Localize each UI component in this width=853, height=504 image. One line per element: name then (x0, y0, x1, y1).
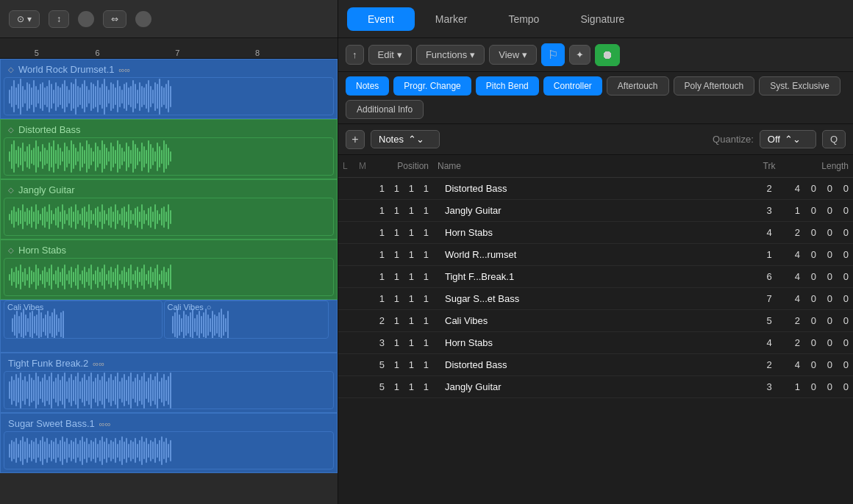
track-name-sugar-sweet: Sugar Sweet Bass.1 (8, 418, 95, 429)
cell-pos2: 1 (389, 288, 404, 310)
waveform-distorted-bass (4, 138, 333, 175)
loop-icon: ∞∞ (119, 65, 131, 74)
functions-menu-button[interactable]: Functions ▾ (416, 45, 485, 65)
cali-seg-2[interactable]: Cali Vibes ○ (164, 300, 329, 339)
track-body-distorted-bass[interactable] (4, 137, 334, 176)
filter-notes[interactable]: Notes (346, 76, 389, 96)
cell-l (338, 310, 354, 332)
cell-len3: 0 (821, 332, 837, 354)
track-jangly-guitar: ◇ Jangly Guitar (0, 179, 338, 240)
script-icon-btn[interactable]: ✦ (569, 45, 590, 65)
edit-menu-button[interactable]: Edit ▾ (368, 45, 412, 65)
waveform-world-rock (4, 78, 333, 115)
track-body-cali-vibes[interactable]: Cali Vibes Cali Vibes ○ (4, 300, 334, 339)
cell-pos1: 1 (371, 222, 389, 244)
table-row[interactable]: 1 1 1 1 Horn Stabs 4 2 0 0 0 (338, 222, 853, 244)
cell-len2: 0 (804, 288, 821, 310)
cell-len1: 2 (784, 310, 804, 332)
cell-pos1: 5 (371, 354, 389, 376)
add-event-button[interactable]: + (346, 130, 365, 149)
filter-poly-aftertouch[interactable]: Poly Aftertouch (674, 76, 755, 96)
left-panel: ⊙ ▾ ↕ ⇔ 5 6 7 8 ◇ World Rock Drumset.1 ∞… (0, 0, 338, 504)
view-menu-button[interactable]: View ▾ (489, 45, 537, 65)
cell-trk: 6 (754, 266, 784, 288)
table-row[interactable]: 1 1 1 1 Tight F...Break.1 6 4 0 0 0 (338, 266, 853, 288)
cell-trk: 7 (754, 288, 784, 310)
cell-name: World R...rumset (433, 244, 754, 266)
cell-len3: 0 (821, 354, 837, 376)
cell-pos4: 1 (418, 178, 433, 200)
cell-pos3: 1 (404, 354, 418, 376)
col-header-length: Length (784, 155, 853, 178)
event-table-body: 1 1 1 1 Distorted Bass 2 4 0 0 0 1 1 1 1… (338, 178, 853, 398)
cell-l (338, 178, 354, 200)
zoom-knob[interactable] (135, 11, 151, 27)
tab-tempo[interactable]: Tempo (488, 7, 560, 31)
q-button[interactable]: Q (822, 130, 846, 148)
track-body-horn-stabs[interactable] (4, 258, 334, 296)
up-down-btn[interactable]: ↕ (49, 10, 69, 28)
track-body-tight-funk[interactable] (4, 371, 334, 409)
quantize-select[interactable]: Off ⌃⌄ (760, 130, 816, 148)
cell-m (354, 288, 371, 310)
table-row[interactable]: 3 1 1 1 Horn Stabs 4 2 0 0 0 (338, 332, 853, 354)
track-name-horn-stabs: Horn Stabs (18, 245, 66, 256)
cell-l (338, 222, 354, 244)
filter-progr-change[interactable]: Progr. Change (393, 76, 471, 96)
cell-l (338, 332, 354, 354)
cell-pos1: 2 (371, 310, 389, 332)
cell-trk: 4 (754, 222, 784, 244)
cell-m (354, 310, 371, 332)
col-header-l: L (338, 155, 354, 178)
table-row[interactable]: 2 1 1 1 Cali Vibes 5 2 0 0 0 (338, 310, 853, 332)
track-name-world-rock: World Rock Drumset.1 (18, 64, 115, 75)
transport-display-btn[interactable]: ⊙ ▾ (9, 10, 40, 28)
cell-len4: 0 (837, 222, 853, 244)
cell-pos3: 1 (404, 222, 418, 244)
filter-row: Notes Progr. Change Pitch Bend Controlle… (338, 72, 853, 124)
table-row[interactable]: 1 1 1 1 Distorted Bass 2 4 0 0 0 (338, 178, 853, 200)
filter-controller[interactable]: Controller (543, 76, 602, 96)
table-row[interactable]: 1 1 1 1 Sugar S...et Bass 7 4 0 0 0 (338, 288, 853, 310)
cell-trk: 3 (754, 200, 784, 222)
filter-syst-exclusive[interactable]: Syst. Exclusive (759, 76, 840, 96)
table-header-row: L M Position Name Trk Length (338, 155, 853, 178)
tab-event[interactable]: Event (347, 7, 415, 31)
filter-aftertouch[interactable]: Aftertouch (607, 76, 669, 96)
loop-circle-icon: ○ (207, 303, 212, 312)
cell-name: Distorted Bass (433, 354, 754, 376)
table-row[interactable]: 5 1 1 1 Distorted Bass 2 4 0 0 0 (338, 354, 853, 376)
chevron-down-icon: ▾ (397, 49, 402, 60)
filter-additional-info[interactable]: Additional Info (346, 100, 424, 119)
chevron-down-icon: ▾ (470, 49, 475, 60)
event-table-container: L M Position Name Trk Length 1 1 1 1 Dis… (338, 155, 853, 504)
cell-len2: 0 (804, 310, 821, 332)
midi-editor-btn[interactable]: ⚐ (541, 43, 565, 66)
track-body-world-rock[interactable] (4, 77, 334, 115)
left-toolbar: ⊙ ▾ ↕ ⇔ (0, 0, 338, 38)
cell-len3: 0 (821, 310, 837, 332)
event-type-select[interactable]: Notes ⌃⌄ (371, 130, 440, 148)
swap-btn[interactable]: ⇔ (103, 10, 126, 28)
tab-signature[interactable]: Signature (560, 7, 645, 31)
tracks-container: ◇ World Rock Drumset.1 ∞∞ ◇ Distorted Ba… (0, 59, 338, 504)
table-row[interactable]: 5 1 1 1 Jangly Guitar 3 1 0 0 0 (338, 376, 853, 398)
cell-len4: 0 (837, 288, 853, 310)
cell-m (354, 222, 371, 244)
table-row[interactable]: 1 1 1 1 World R...rumset 1 4 0 0 0 (338, 244, 853, 266)
back-button[interactable]: ↑ (346, 45, 364, 65)
filter-pitch-bend[interactable]: Pitch Bend (476, 76, 539, 96)
cali-seg-1[interactable]: Cali Vibes (4, 300, 163, 339)
record-btn[interactable]: ⏺ (595, 44, 620, 66)
cell-len1: 2 (784, 332, 804, 354)
cell-pos3: 1 (404, 244, 418, 266)
cell-pos3: 1 (404, 178, 418, 200)
cell-name: Sugar S...et Bass (433, 288, 754, 310)
table-row[interactable]: 1 1 1 1 Jangly Guitar 3 1 0 0 0 (338, 200, 853, 222)
cell-len3: 0 (821, 222, 837, 244)
tab-marker[interactable]: Marker (415, 7, 488, 31)
track-body-jangly-guitar[interactable] (4, 198, 334, 236)
playhead-knob[interactable] (78, 11, 94, 27)
cell-trk: 2 (754, 178, 784, 200)
track-body-sugar-sweet[interactable] (4, 431, 334, 469)
